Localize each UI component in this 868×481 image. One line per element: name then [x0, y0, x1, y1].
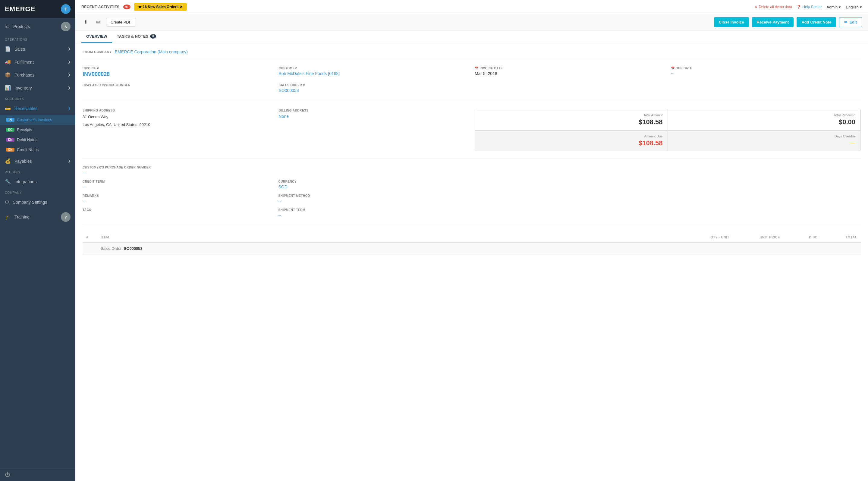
sidebar-item-training-label: Training — [14, 215, 30, 219]
shipping-label: SHIPPING ADDRESS — [83, 109, 273, 112]
spacer5 — [670, 180, 861, 189]
sidebar-sub-credit-notes[interactable]: CN Credit Notes — [0, 145, 75, 155]
spacer7 — [670, 194, 861, 203]
tag-icon: 🏷 — [5, 24, 10, 29]
rc-badge: RC — [6, 128, 14, 132]
sidebar-item-fulfillment-label: Fulfillment — [14, 60, 34, 64]
sales-order-row-label: Sales Order: — [101, 246, 123, 251]
close-invoice-button[interactable]: Close Invoice — [714, 17, 749, 27]
chevron-right-icon-5: ❯ — [68, 159, 70, 163]
sidebar-item-products[interactable]: 🏷 Products ∧ — [0, 18, 75, 35]
sidebar-item-integrations[interactable]: 🔧 Integrations — [0, 175, 75, 188]
calendar-due-icon: 📅 — [671, 67, 675, 70]
tags-label: TAGS — [83, 208, 274, 212]
chevron-right-icon-4: ❯ — [68, 86, 70, 90]
add-credit-note-button[interactable]: Add Credit Note — [797, 17, 836, 27]
currency-value[interactable]: SGD — [278, 185, 470, 189]
billing-label: BILLING ADDRESS — [279, 109, 469, 112]
sidebar-sub-debit-notes[interactable]: DN Debit Notes — [0, 135, 75, 145]
displayed-invoice-group: DISPLAYED INVOICE NUMBER — [83, 84, 273, 93]
sidebar-item-payables-label: Payables — [14, 159, 32, 164]
amount-due-row: Amount Due $108.58 Days Overdue — — [475, 130, 861, 151]
sales-order-value[interactable]: SO000053 — [279, 88, 469, 93]
delete-demo-button[interactable]: ✕ Delete all demo data — [754, 5, 792, 9]
spacer2 — [474, 166, 665, 175]
sidebar-item-sales-label: Sales — [14, 47, 25, 52]
total-received-label: Total Received — [673, 113, 856, 117]
download-button[interactable]: ⬇ — [82, 18, 90, 26]
sidebar-item-inventory[interactable]: 📊 Inventory ❯ — [0, 82, 75, 94]
sidebar-item-company-settings[interactable]: ⚙ Company Settings — [0, 196, 75, 209]
sidebar-item-fulfillment[interactable]: 🚚 Fulfillment ❯ — [0, 56, 75, 68]
tags-group: TAGS — [83, 208, 274, 218]
th-disc: DISC. — [782, 235, 818, 239]
dn-badge: DN — [6, 138, 14, 142]
days-overdue-value: — — [673, 139, 856, 146]
amounts-box: Total Amount $108.58 Total Received $0.0… — [475, 109, 861, 151]
sidebar-avatar-top: ∧ — [61, 22, 70, 31]
sidebar-item-sales[interactable]: 📄 Sales ❯ — [0, 42, 75, 56]
sidebar-item-receivables-label: Receivables — [14, 106, 37, 111]
total-amount-label: Total Amount — [480, 113, 663, 117]
total-received-cell: Total Received $0.00 — [668, 109, 861, 130]
sidebar-item-payables[interactable]: 💰 Payables ❯ — [0, 155, 75, 167]
invoice-num-group: INVOICE # INV000028 — [83, 67, 273, 77]
invoice-num-value[interactable]: INV000028 — [83, 71, 273, 77]
email-button[interactable]: ✉ — [94, 18, 102, 26]
due-date-group: 📅 DUE DATE -- — [671, 67, 861, 77]
company-label: Company — [0, 188, 75, 196]
billing-value[interactable]: None — [279, 114, 469, 119]
tab-overview[interactable]: OVERVIEW — [82, 30, 112, 43]
total-amount-cell: Total Amount $108.58 — [475, 109, 668, 130]
th-unit-price: UNIT PRICE — [732, 235, 780, 239]
from-company-link[interactable]: EMERGE Corporation (Main company) — [115, 50, 188, 54]
credit-term-group: CREDIT TERM -- — [83, 180, 274, 189]
logo: EMERGE — [5, 5, 35, 13]
sidebar-avatar-bottom: ∨ — [61, 212, 70, 222]
avatar-char: ∧ — [64, 24, 67, 29]
create-pdf-button[interactable]: Create PDF — [106, 18, 136, 27]
sidebar-item-products-label: Products — [13, 24, 30, 29]
help-center-button[interactable]: ❓ Help Center — [797, 5, 822, 9]
sidebar-item-receivables[interactable]: 💳 Receivables ❯ — [0, 102, 75, 115]
chevron-down-admin-icon: ▾ — [839, 5, 841, 9]
tabs-bar: OVERVIEW TASKS & NOTES 0 — [75, 30, 868, 43]
th-qty: QTY - UNIT — [681, 235, 730, 239]
sidebar: EMERGE + 🏷 Products ∧ Operations 📄 Sales… — [0, 0, 75, 481]
new-orders-button[interactable]: ★ 16 New Sales Orders ✕ — [134, 3, 187, 11]
table-header: # ITEM QTY - UNIT UNIT PRICE DISC. TOTAL — [83, 232, 861, 243]
sidebar-sub-customer-invoices[interactable]: IN Customer's Invoices — [0, 115, 75, 125]
debit-notes-label: Debit Notes — [17, 137, 37, 142]
inventory-icon: 📊 — [5, 85, 11, 91]
power-button[interactable]: ⏻ — [5, 472, 10, 478]
admin-dropdown[interactable]: Admin ▾ — [827, 5, 841, 9]
chevron-down-icon: ❯ — [68, 106, 70, 110]
shipment-method-value: -- — [278, 199, 470, 203]
spacer1 — [278, 166, 470, 175]
cn-badge: CN — [6, 148, 14, 152]
fulfillment-icon: 🚚 — [5, 59, 11, 65]
edit-button[interactable]: ✏ Edit — [839, 17, 862, 27]
sidebar-item-training[interactable]: 🎓 Training ∨ — [0, 209, 75, 225]
due-date-label: 📅 DUE DATE — [671, 67, 861, 70]
sidebar-item-purchases[interactable]: 📦 Purchases ❯ — [0, 68, 75, 82]
sidebar-sub-receipts[interactable]: RC Receipts — [0, 125, 75, 135]
in-badge: IN — [6, 118, 14, 122]
shipping-line2: Los Angeles, CA, United States, 90210 — [83, 122, 273, 128]
customer-value[interactable]: Bob McDale's Fine Foods [0168] — [279, 71, 469, 76]
purchases-icon: 📦 — [5, 72, 11, 78]
total-amount-value: $108.58 — [480, 118, 663, 126]
language-dropdown[interactable]: English ▾ — [846, 5, 862, 9]
customer-po-group: CUSTOMER'S PURCHASE ORDER NUMBER -- — [83, 166, 274, 175]
chevron-right-icon: ❯ — [68, 47, 70, 51]
invoice-body: FROM COMPANY EMERGE Corporation (Main co… — [75, 43, 868, 261]
invoice-fields-grid: INVOICE # INV000028 CUSTOMER Bob McDale'… — [83, 67, 861, 100]
tab-tasks-notes[interactable]: TASKS & NOTES 0 — [112, 30, 161, 43]
table-row-so: Sales Order: SO000053 — [83, 243, 861, 255]
sidebar-item-integrations-label: Integrations — [14, 179, 36, 184]
new-orders-label: ★ 16 New Sales Orders ✕ — [138, 5, 182, 9]
due-date-value: -- — [671, 71, 861, 76]
receivables-icon: 💳 — [5, 105, 11, 111]
add-button[interactable]: + — [61, 4, 70, 14]
receive-payment-button[interactable]: Receive Payment — [752, 17, 794, 27]
